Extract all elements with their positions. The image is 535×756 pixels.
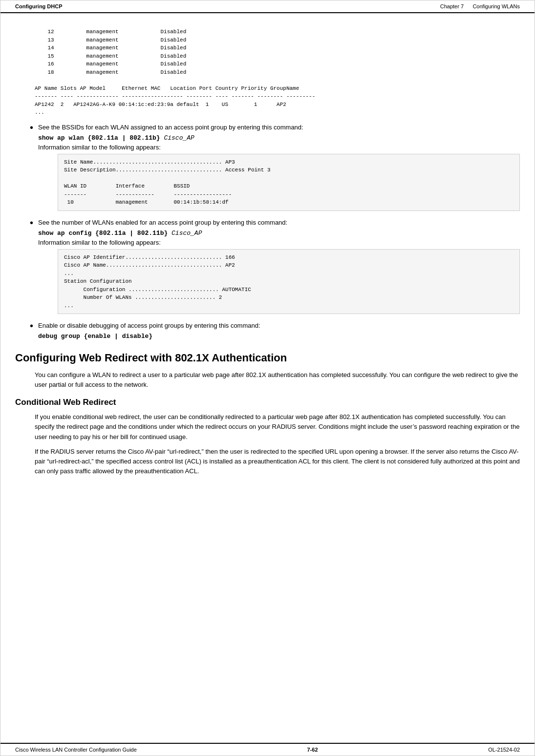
bullet3-command-line: debug group {enable | disable} (38, 332, 520, 340)
bullet2-info: Information similar to the following app… (38, 239, 520, 246)
section-intro-para: You can configure a WLAN to redirect a u… (35, 370, 520, 390)
bullet2-command: show ap config {802.11a | 802.11b} (38, 230, 168, 237)
bullet-dot-3: • (30, 321, 33, 342)
chapter-title: Configuring WLANs (472, 3, 520, 9)
footer-doc-id: OL-21524-02 (488, 747, 520, 753)
bullet1-command: show ap wlan {802.11a | 802.11b} (38, 134, 160, 142)
header-chapter-info: Chapter 7 Configuring WLANs (440, 3, 520, 9)
bullet2-command-italic: Cisco_AP (168, 230, 202, 237)
bullet3-command: debug group {enable | disable} (38, 333, 152, 340)
bullet2-command-line: show ap config {802.11a | 802.11b} Cisco… (38, 229, 520, 237)
page-footer: Cisco Wireless LAN Controller Configurat… (0, 743, 535, 756)
page-header: Configuring DHCP Chapter 7 Configuring W… (0, 0, 535, 13)
bullet1-info: Information similar to the following app… (38, 144, 520, 151)
page-container: Configuring DHCP Chapter 7 Configuring W… (0, 0, 535, 756)
bullet1-command-line: show ap wlan {802.11a | 802.11b} Cisco_A… (38, 134, 520, 142)
subsection-para2: If the RADIUS server returns the Cisco A… (35, 447, 520, 476)
bullet1-intro: See the BSSIDs for each WLAN assigned to… (38, 124, 303, 131)
section-heading-web-redirect: Configuring Web Redirect with 802.1X Aut… (15, 352, 520, 364)
bullet2-intro: See the number of WLANs enabled for an a… (38, 219, 287, 226)
bullet-content-2: See the number of WLANs enabled for an a… (38, 219, 520, 317)
bullet-content-3: Enable or disable debugging of access po… (38, 322, 520, 342)
code-block-intro: 12 management Disabled 13 management Dis… (35, 26, 520, 119)
bullet-dot-1: • (30, 123, 33, 214)
bullet-content-1: See the BSSIDs for each WLAN assigned to… (38, 124, 520, 214)
bullet1-command-italic: Cisco_AP (160, 134, 194, 142)
bullet2-code: Cisco AP Identifier.....................… (58, 249, 520, 315)
subsection-para1: If you enable conditional web redirect, … (35, 412, 520, 441)
chapter-label: Chapter 7 (440, 3, 464, 9)
bullet-item-2: • See the number of WLANs enabled for an… (30, 219, 520, 317)
bullet3-intro: Enable or disable debugging of access po… (38, 322, 260, 329)
main-content: 12 management Disabled 13 management Dis… (0, 13, 535, 510)
header-section-label: Configuring DHCP (15, 3, 63, 9)
bullet-dot-2: • (30, 218, 33, 317)
bullet-item-3: • Enable or disable debugging of access … (30, 322, 520, 342)
footer-guide-title: Cisco Wireless LAN Controller Configurat… (15, 747, 137, 753)
bullet1-code: Site Name...............................… (58, 154, 520, 211)
footer-page-number: 7-62 (307, 747, 318, 753)
bullet-item-1: • See the BSSIDs for each WLAN assigned … (30, 124, 520, 214)
subsection-heading-conditional: Conditional Web Redirect (15, 398, 520, 407)
